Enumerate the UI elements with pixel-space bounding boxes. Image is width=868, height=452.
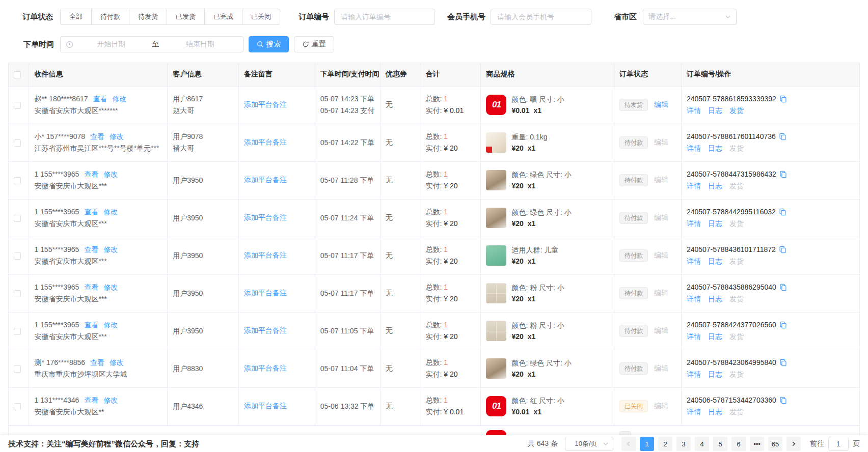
- ship-link[interactable]: 发货: [729, 257, 744, 265]
- page-button-4[interactable]: 4: [695, 437, 709, 451]
- ship-link[interactable]: 发货: [729, 144, 744, 152]
- status-filter-button-4[interactable]: 已完成: [204, 9, 242, 25]
- status-filter-button-2[interactable]: 待发货: [129, 9, 167, 25]
- row-checkbox[interactable]: [14, 290, 21, 297]
- log-link[interactable]: 日志: [708, 106, 722, 115]
- row-checkbox[interactable]: [14, 215, 21, 222]
- add-platform-remark-link[interactable]: 添加平台备注: [244, 364, 287, 372]
- detail-link[interactable]: 详情: [687, 257, 701, 265]
- view-recipient-link[interactable]: 查看: [90, 358, 104, 366]
- status-filter-button-0[interactable]: 全部: [60, 9, 92, 25]
- view-recipient-link[interactable]: 查看: [90, 132, 104, 140]
- log-link[interactable]: 日志: [708, 332, 722, 341]
- row-checkbox[interactable]: [14, 403, 21, 410]
- view-recipient-link[interactable]: 查看: [84, 321, 98, 329]
- edit-status-link[interactable]: 编辑: [654, 402, 668, 410]
- view-recipient-link[interactable]: 查看: [93, 95, 107, 103]
- add-platform-remark-link[interactable]: 添加平台备注: [244, 138, 287, 146]
- modify-recipient-link[interactable]: 修改: [113, 95, 127, 103]
- copy-icon[interactable]: [779, 171, 787, 178]
- modify-recipient-link[interactable]: 修改: [103, 283, 118, 291]
- detail-link[interactable]: 详情: [687, 144, 701, 152]
- page-button-6[interactable]: 6: [731, 437, 746, 451]
- add-platform-remark-link[interactable]: 添加平台备注: [244, 100, 287, 108]
- page-size-select[interactable]: 10条/页: [565, 437, 613, 451]
- edit-status-link[interactable]: 编辑: [654, 326, 668, 334]
- copy-icon[interactable]: [779, 95, 787, 103]
- order-no-input[interactable]: [334, 9, 435, 25]
- edit-status-link[interactable]: 编辑: [654, 100, 668, 108]
- modify-recipient-link[interactable]: 修改: [103, 321, 118, 329]
- prev-page-button[interactable]: [621, 437, 636, 451]
- log-link[interactable]: 日志: [708, 257, 722, 265]
- modify-recipient-link[interactable]: 修改: [103, 170, 118, 178]
- copy-icon[interactable]: [779, 284, 787, 291]
- row-checkbox[interactable]: [14, 252, 21, 260]
- detail-link[interactable]: 详情: [687, 219, 701, 228]
- region-select[interactable]: 请选择...: [643, 9, 737, 25]
- add-platform-remark-link[interactable]: 添加平台备注: [244, 176, 287, 184]
- member-phone-input[interactable]: [491, 9, 591, 25]
- goto-page-input[interactable]: [828, 437, 849, 451]
- detail-link[interactable]: 详情: [687, 332, 701, 341]
- row-checkbox[interactable]: [14, 102, 21, 109]
- detail-link[interactable]: 详情: [687, 370, 701, 378]
- row-checkbox[interactable]: [14, 328, 21, 335]
- detail-link[interactable]: 详情: [687, 295, 701, 303]
- add-platform-remark-link[interactable]: 添加平台备注: [244, 402, 287, 410]
- edit-status-link[interactable]: 编辑: [654, 176, 668, 184]
- ship-link[interactable]: 发货: [729, 408, 744, 416]
- copy-icon[interactable]: [779, 359, 787, 366]
- add-platform-remark-link[interactable]: 添加平台备注: [244, 213, 287, 221]
- ship-link[interactable]: 发货: [729, 106, 744, 115]
- page-ellipsis[interactable]: •••: [750, 437, 764, 451]
- edit-status-link[interactable]: 编辑: [654, 251, 668, 259]
- order-time-range-picker[interactable]: 开始日期 至 结束日期: [60, 36, 243, 52]
- page-button-1[interactable]: 1: [640, 437, 654, 451]
- log-link[interactable]: 日志: [708, 182, 722, 190]
- ship-link[interactable]: 发货: [729, 219, 744, 228]
- edit-status-link[interactable]: 编辑: [654, 213, 668, 221]
- view-recipient-link[interactable]: 查看: [84, 396, 98, 404]
- page-button-3[interactable]: 3: [676, 437, 691, 451]
- ship-link[interactable]: 发货: [729, 370, 744, 378]
- copy-icon[interactable]: [779, 208, 786, 216]
- next-page-button[interactable]: [786, 437, 801, 451]
- detail-link[interactable]: 详情: [687, 408, 701, 416]
- log-link[interactable]: 日志: [708, 370, 722, 378]
- modify-recipient-link[interactable]: 修改: [103, 396, 118, 404]
- view-recipient-link[interactable]: 查看: [84, 283, 98, 291]
- view-recipient-link[interactable]: 查看: [84, 170, 98, 178]
- copy-icon[interactable]: [779, 133, 786, 140]
- ship-link[interactable]: 发货: [729, 295, 744, 303]
- edit-status-link[interactable]: 编辑: [654, 138, 668, 146]
- page-button-5[interactable]: 5: [713, 437, 727, 451]
- copy-icon[interactable]: [779, 397, 787, 404]
- edit-status-link[interactable]: 编辑: [654, 289, 668, 297]
- status-filter-button-1[interactable]: 待付款: [91, 9, 129, 25]
- log-link[interactable]: 日志: [708, 408, 722, 416]
- view-recipient-link[interactable]: 查看: [84, 245, 98, 253]
- reset-button[interactable]: 重置: [294, 36, 334, 52]
- edit-status-link[interactable]: 编辑: [654, 364, 668, 372]
- modify-recipient-link[interactable]: 修改: [103, 245, 118, 253]
- add-platform-remark-link[interactable]: 添加平台备注: [244, 251, 287, 259]
- modify-recipient-link[interactable]: 修改: [103, 208, 118, 216]
- status-filter-button-3[interactable]: 已发货: [167, 9, 205, 25]
- modify-recipient-link[interactable]: 修改: [110, 132, 124, 140]
- log-link[interactable]: 日志: [708, 219, 722, 228]
- detail-link[interactable]: 详情: [687, 182, 701, 190]
- add-platform-remark-link[interactable]: 添加平台备注: [244, 326, 287, 334]
- search-button[interactable]: 搜索: [249, 36, 289, 52]
- page-button-65[interactable]: 65: [768, 437, 782, 451]
- detail-link[interactable]: 详情: [687, 106, 701, 115]
- log-link[interactable]: 日志: [708, 295, 722, 303]
- status-filter-button-5[interactable]: 已关闭: [242, 9, 280, 25]
- row-checkbox[interactable]: [14, 177, 21, 184]
- select-all-checkbox[interactable]: [14, 71, 21, 78]
- row-checkbox[interactable]: [14, 139, 21, 147]
- ship-link[interactable]: 发货: [729, 182, 744, 190]
- page-button-2[interactable]: 2: [658, 437, 672, 451]
- ship-link[interactable]: 发货: [729, 332, 744, 341]
- view-recipient-link[interactable]: 查看: [84, 208, 98, 216]
